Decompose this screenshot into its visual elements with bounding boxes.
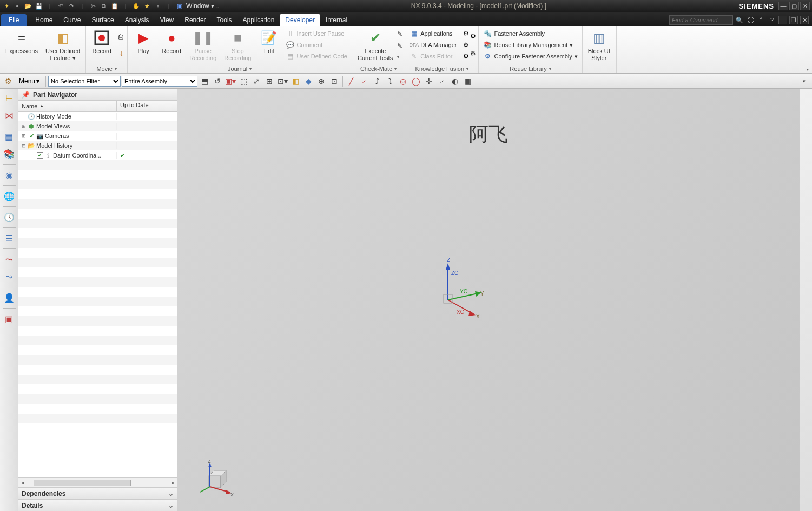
scroll-thumb[interactable] bbox=[34, 480, 131, 486]
checkbox-icon[interactable]: ✔ bbox=[37, 152, 43, 159]
redo-icon[interactable]: ↷ bbox=[67, 2, 76, 10]
kf-opt3-icon[interactable]: ⚙ bbox=[463, 53, 469, 60]
tab-tools[interactable]: Tools bbox=[212, 14, 237, 26]
mdi-minimize-icon[interactable]: — bbox=[778, 16, 787, 24]
snap-end-icon[interactable]: ╱ bbox=[345, 75, 357, 87]
constraint-nav-icon[interactable]: ⋈ bbox=[2, 108, 16, 122]
record-journal-button[interactable]: ● Record bbox=[158, 27, 185, 55]
dfa-manager-button[interactable]: DFADFA Manager bbox=[407, 40, 459, 50]
process-icon[interactable]: ☰ bbox=[2, 231, 16, 245]
tb-icon-8[interactable]: ◧ bbox=[289, 75, 301, 87]
search-icon[interactable]: 🔍 bbox=[735, 16, 744, 24]
copy-icon[interactable]: ⧉ bbox=[100, 2, 108, 10]
system-icon[interactable]: 👤 bbox=[2, 291, 16, 305]
file-tab[interactable]: File bbox=[1, 14, 27, 26]
selection-scope-select[interactable]: Entire Assembly bbox=[122, 76, 197, 87]
user-defined-feature-button[interactable]: ◧ User Defined Feature ▾ bbox=[42, 27, 83, 61]
applications-button[interactable]: ▦Applications bbox=[407, 28, 459, 39]
tree-row-history-mode[interactable]: 🕓History Mode bbox=[18, 112, 177, 121]
save-icon[interactable]: 💾 bbox=[35, 2, 43, 10]
snap-existing-icon[interactable]: ✛ bbox=[423, 75, 435, 87]
mdi-close-icon[interactable]: ✕ bbox=[800, 16, 809, 24]
tb-icon-5[interactable]: ⤢ bbox=[250, 75, 262, 87]
checkmate-opt1-icon[interactable]: ✎ bbox=[397, 30, 402, 38]
expressions-button[interactable]: = Expressions bbox=[2, 27, 41, 55]
fit-icon[interactable]: ⛶ bbox=[746, 16, 755, 24]
datum-csys-triad[interactable]: Z ZC Y YC X XC bbox=[426, 257, 491, 323]
movie-export-icon[interactable]: ⤓ bbox=[118, 49, 125, 58]
nav-tree[interactable]: 🕓History Mode ⊞⬢Model Views ⊞✔📷Cameras ⊟… bbox=[18, 112, 177, 477]
expand-icon[interactable]: ⊞ bbox=[21, 133, 27, 139]
kf-opt1-icon[interactable]: ⚙ bbox=[463, 30, 469, 37]
help-icon[interactable]: ? bbox=[768, 16, 776, 24]
selection-filter-select[interactable]: No Selection Filter bbox=[48, 76, 121, 87]
dependencies-icon[interactable]: ⤳ bbox=[2, 252, 16, 266]
tb-icon-2[interactable]: ↺ bbox=[212, 75, 223, 87]
snap-grid-icon[interactable]: ▦ bbox=[462, 75, 474, 87]
tb-icon-1[interactable]: ⬒ bbox=[199, 75, 210, 87]
tb-icon-10[interactable]: ⊕ bbox=[315, 75, 327, 87]
tree-row-model-views[interactable]: ⊞⬢Model Views bbox=[18, 121, 177, 131]
configure-fastener-button[interactable]: ⚙Configure Fastener Assembly ▾ bbox=[481, 51, 579, 62]
history-icon[interactable]: 🕓 bbox=[2, 210, 16, 224]
execute-tests-button[interactable]: ✔ Execute Current Tests bbox=[354, 27, 396, 61]
snap-tangent-icon[interactable]: ◐ bbox=[449, 75, 461, 87]
kf-opt4-icon[interactable]: ⚙ bbox=[470, 32, 476, 40]
record-movie-button[interactable]: Record bbox=[88, 27, 115, 55]
tree-row-datum-csys[interactable]: ✔⟟Datum Coordina...✔ bbox=[18, 150, 177, 160]
snap-center-icon[interactable]: ◎ bbox=[397, 75, 409, 87]
star-icon[interactable]: ★ bbox=[143, 2, 151, 10]
dd-icon[interactable]: ▾ bbox=[154, 2, 162, 10]
ribbon-overflow-icon[interactable]: ▾ bbox=[807, 67, 809, 72]
undo-icon[interactable]: ↶ bbox=[56, 2, 65, 10]
tab-developer[interactable]: Developer bbox=[280, 14, 320, 26]
tb-icon-11[interactable]: ⊡ bbox=[328, 75, 340, 87]
snap-intersect-icon[interactable]: ⤵ bbox=[384, 75, 396, 87]
reuse-lib-icon[interactable]: 📚 bbox=[2, 147, 16, 161]
assembly-nav-icon[interactable]: ⊢ bbox=[2, 91, 16, 105]
scroll-left-icon[interactable]: ◂ bbox=[18, 480, 26, 486]
tab-internal[interactable]: Internal bbox=[320, 14, 353, 26]
snap-quadrant-icon[interactable]: ◯ bbox=[410, 75, 422, 87]
snap-mid-icon[interactable]: ⟋ bbox=[358, 75, 370, 87]
tb-icon-3[interactable]: ▣▾ bbox=[225, 75, 236, 87]
graphics-viewport[interactable]: 阿飞 Z ZC Y YC X XC bbox=[177, 89, 800, 511]
open-icon[interactable]: 📂 bbox=[24, 2, 32, 10]
menu-gear-icon[interactable]: ⚙ bbox=[2, 75, 14, 87]
touch-icon[interactable]: ✋ bbox=[132, 2, 141, 10]
tree-row-model-history[interactable]: ⊟📂Model History bbox=[18, 141, 177, 150]
details-section[interactable]: Details⌄ bbox=[18, 499, 177, 511]
fastener-assembly-button[interactable]: 🔩Fastener Assembly bbox=[481, 28, 579, 39]
tab-surface[interactable]: Surface bbox=[86, 14, 119, 26]
toolbar-overflow-icon[interactable]: ▾ bbox=[798, 75, 810, 87]
tab-view[interactable]: View bbox=[154, 14, 179, 26]
browser-icon[interactable]: 🌐 bbox=[2, 189, 16, 203]
scroll-right-icon[interactable]: ▸ bbox=[169, 480, 177, 486]
roles-icon[interactable]: ⤳ bbox=[2, 270, 16, 284]
tab-curve[interactable]: Curve bbox=[58, 14, 86, 26]
close-button[interactable]: ✕ bbox=[800, 2, 810, 10]
tab-home[interactable]: Home bbox=[30, 14, 58, 26]
tb-icon-7[interactable]: ⊡▾ bbox=[276, 75, 288, 87]
collapse-icon[interactable]: ⊟ bbox=[21, 143, 27, 148]
tab-analysis[interactable]: Analysis bbox=[120, 14, 155, 26]
tb-icon-9[interactable]: ◆ bbox=[302, 75, 314, 87]
cut-icon[interactable]: ✂ bbox=[89, 2, 97, 10]
hd3d-icon[interactable]: ◉ bbox=[2, 168, 16, 182]
new-icon[interactable]: ▫ bbox=[13, 2, 22, 10]
reuse-library-mgmt-button[interactable]: 📚Reuse Library Management ▾ bbox=[481, 40, 579, 50]
tab-application[interactable]: Application bbox=[237, 14, 280, 26]
checkmate-opt2-icon[interactable]: ✎ bbox=[397, 42, 402, 50]
tree-row-cameras[interactable]: ⊞✔📷Cameras bbox=[18, 131, 177, 141]
snap-control-icon[interactable]: ⤴ bbox=[371, 75, 383, 87]
nav-hscrollbar[interactable]: ◂ ▸ bbox=[18, 477, 177, 487]
nav-column-headers[interactable]: Name ▲ Up to Date bbox=[18, 101, 177, 112]
movie-settings-icon[interactable]: ⎙ bbox=[118, 32, 125, 41]
tab-render[interactable]: Render bbox=[179, 14, 211, 26]
tb-icon-6[interactable]: ⊞ bbox=[263, 75, 275, 87]
part-nav-icon[interactable]: ▤ bbox=[2, 129, 16, 143]
maximize-button[interactable]: ▢ bbox=[789, 2, 799, 10]
paste-icon[interactable]: 📋 bbox=[110, 2, 119, 10]
collapse-ribbon-icon[interactable]: ˄ bbox=[757, 16, 765, 24]
screenshot-icon[interactable]: ▣ bbox=[2, 312, 16, 326]
